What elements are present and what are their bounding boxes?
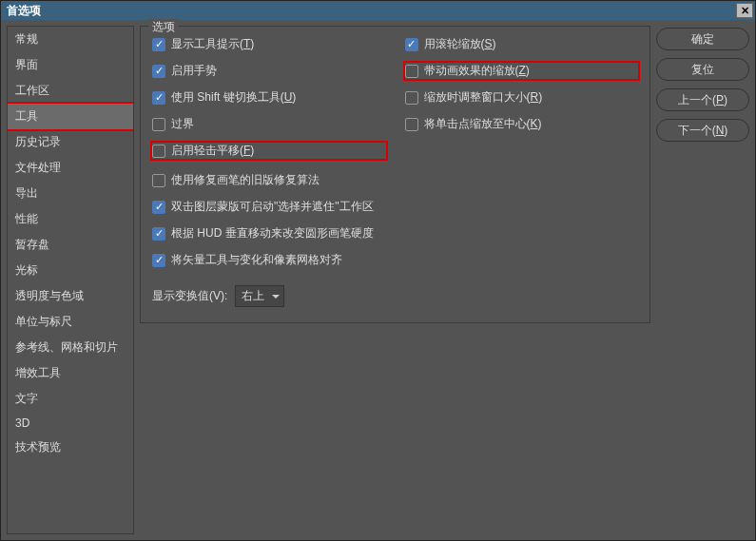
- options-legend: 选项: [148, 19, 179, 35]
- next-button[interactable]: 下一个(N): [656, 119, 749, 142]
- opt-right-row-2: 缩放时调整窗口大小(R): [405, 89, 639, 106]
- opt-right-label-2: 缩放时调整窗口大小(R): [424, 89, 543, 106]
- opt-right-checkbox-3[interactable]: [405, 118, 418, 131]
- opt-extra-checkbox-0[interactable]: [152, 174, 165, 187]
- transform-select[interactable]: 右上: [235, 285, 284, 307]
- opt-extra-label-1: 双击图层蒙版可启动"选择并遮住"工作区: [171, 199, 374, 215]
- reset-button[interactable]: 复位: [656, 58, 749, 81]
- sidebar-item-4[interactable]: 历史记录: [8, 129, 133, 155]
- sidebar-item-8[interactable]: 暂存盘: [8, 232, 133, 258]
- window-title: 首选项: [7, 3, 41, 19]
- main-panel: 选项 显示工具提示(T)启用手势使用 Shift 键切换工具(U)过界启用轻击平…: [140, 26, 650, 534]
- opt-extra-row-3: 将矢量工具与变化和像素网格对齐: [152, 252, 638, 268]
- opt-left-checkbox-3[interactable]: [152, 118, 165, 131]
- opt-left-checkbox-4[interactable]: [152, 145, 165, 158]
- sidebar-item-11[interactable]: 单位与标尺: [8, 309, 133, 335]
- opt-left-row-2: 使用 Shift 键切换工具(U): [152, 89, 386, 106]
- opt-extra-row-0: 使用修复画笔的旧版修复算法: [152, 172, 638, 188]
- options-col-right: 用滚轮缩放(S)带动画效果的缩放(Z)缩放时调整窗口大小(R)将单击点缩放至中心…: [405, 36, 639, 159]
- sidebar-item-0[interactable]: 常规: [8, 27, 133, 52]
- opt-right-row-1: 带动画效果的缩放(Z): [405, 63, 639, 79]
- opt-extra-row-2: 根据 HUD 垂直移动来改变圆形画笔硬度: [152, 225, 638, 242]
- sidebar-item-12[interactable]: 参考线、网格和切片: [8, 335, 133, 360]
- opt-left-label-2: 使用 Shift 键切换工具(U): [171, 89, 296, 106]
- opt-left-label-0: 显示工具提示(T): [171, 36, 254, 52]
- opt-left-row-3: 过界: [152, 116, 386, 132]
- buttons-panel: 确定 复位 上一个(P) 下一个(N): [656, 26, 749, 534]
- opt-right-row-3: 将单击点缩放至中心(K): [405, 116, 639, 132]
- opt-extra-row-1: 双击图层蒙版可启动"选择并遮住"工作区: [152, 199, 638, 215]
- prev-button[interactable]: 上一个(P): [656, 88, 749, 111]
- opt-extra-label-3: 将矢量工具与变化和像素网格对齐: [171, 252, 342, 268]
- opt-right-label-0: 用滚轮缩放(S): [424, 36, 496, 52]
- transform-row: 显示变换值(V): 右上: [152, 285, 638, 307]
- opt-right-checkbox-2[interactable]: [405, 91, 418, 105]
- opt-right-checkbox-1[interactable]: [405, 65, 418, 78]
- titlebar: 首选项 ✕: [1, 1, 755, 20]
- opt-left-checkbox-1[interactable]: [152, 65, 165, 78]
- sidebar-item-7[interactable]: 性能: [8, 206, 133, 232]
- opt-right-label-3: 将单击点缩放至中心(K): [424, 116, 542, 132]
- sidebar-item-13[interactable]: 增效工具: [8, 360, 133, 386]
- transform-label: 显示变换值(V):: [152, 288, 227, 304]
- opt-left-checkbox-0[interactable]: [152, 38, 165, 51]
- opt-left-label-4: 启用轻击平移(F): [171, 143, 254, 159]
- opt-left-label-1: 启用手势: [171, 63, 217, 79]
- opt-extra-label-2: 根据 HUD 垂直移动来改变圆形画笔硬度: [171, 225, 374, 242]
- opt-extra-label-0: 使用修复画笔的旧版修复算法: [171, 172, 320, 188]
- sidebar-item-3[interactable]: 工具: [8, 104, 133, 129]
- opt-right-checkbox-0[interactable]: [405, 38, 418, 51]
- opt-left-label-3: 过界: [171, 116, 194, 132]
- opt-extra-checkbox-1[interactable]: [152, 201, 165, 214]
- preferences-window: 首选项 ✕ 常规界面工作区工具历史记录文件处理导出性能暂存盘光标透明度与色域单位…: [0, 0, 756, 541]
- sidebar-item-5[interactable]: 文件处理: [8, 155, 133, 181]
- opt-extra-checkbox-3[interactable]: [152, 254, 165, 267]
- sidebar-item-6[interactable]: 导出: [8, 181, 133, 206]
- opt-extra-checkbox-2[interactable]: [152, 227, 165, 241]
- sidebar-item-10[interactable]: 透明度与色域: [8, 283, 133, 309]
- sidebar-item-1[interactable]: 界面: [8, 52, 133, 78]
- opt-right-label-1: 带动画效果的缩放(Z): [424, 63, 530, 79]
- sidebar-item-2[interactable]: 工作区: [8, 78, 133, 104]
- close-icon[interactable]: ✕: [736, 3, 753, 18]
- options-fieldset: 选项 显示工具提示(T)启用手势使用 Shift 键切换工具(U)过界启用轻击平…: [140, 26, 650, 323]
- transform-value: 右上: [242, 289, 264, 302]
- sidebar-item-9[interactable]: 光标: [8, 258, 133, 283]
- opt-left-row-1: 启用手势: [152, 63, 386, 79]
- ok-button[interactable]: 确定: [656, 28, 749, 50]
- sidebar-item-14[interactable]: 文字: [8, 386, 133, 412]
- opt-left-checkbox-2[interactable]: [152, 91, 165, 105]
- opt-right-row-0: 用滚轮缩放(S): [405, 36, 639, 52]
- sidebar-item-15[interactable]: 3D: [8, 412, 133, 435]
- opt-left-row-4: 启用轻击平移(F): [152, 143, 386, 159]
- opt-left-row-0: 显示工具提示(T): [152, 36, 386, 52]
- options-extra: 使用修复画笔的旧版修复算法双击图层蒙版可启动"选择并遮住"工作区根据 HUD 垂…: [152, 172, 638, 268]
- sidebar-item-16[interactable]: 技术预览: [8, 435, 133, 460]
- options-col-left: 显示工具提示(T)启用手势使用 Shift 键切换工具(U)过界启用轻击平移(F…: [152, 36, 386, 159]
- sidebar: 常规界面工作区工具历史记录文件处理导出性能暂存盘光标透明度与色域单位与标尺参考线…: [7, 26, 134, 534]
